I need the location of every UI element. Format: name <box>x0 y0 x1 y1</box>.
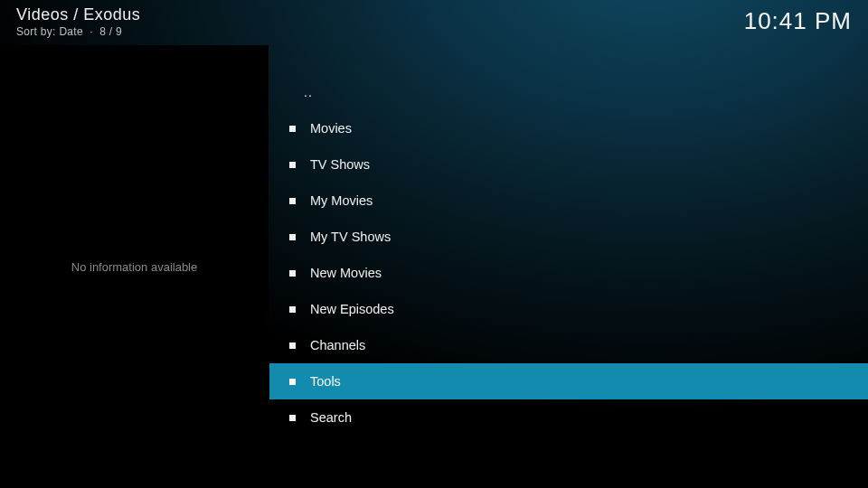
header-left: Videos / Exodus Sort by: Date · 8 / 9 <box>16 5 140 38</box>
clock: 10:41 PM <box>744 7 852 35</box>
menu-list: .. Movies TV Shows My Movies My TV Shows… <box>269 74 868 436</box>
folder-icon <box>289 234 296 240</box>
folder-icon <box>289 270 296 277</box>
separator-dot: · <box>90 25 93 38</box>
folder-icon <box>289 306 296 313</box>
list-item-label: Channels <box>310 338 365 352</box>
header-bar: Videos / Exodus Sort by: Date · 8 / 9 10… <box>16 5 852 38</box>
list-item-movies[interactable]: Movies <box>269 110 868 146</box>
info-text: No information available <box>71 260 197 274</box>
list-item-up[interactable]: .. <box>269 74 868 110</box>
sort-line: Sort by: Date · 8 / 9 <box>16 25 140 38</box>
folder-icon <box>289 379 296 385</box>
list-item-channels[interactable]: Channels <box>269 327 868 363</box>
up-icon: .. <box>304 85 313 99</box>
folder-icon <box>289 198 296 204</box>
list-item-new-episodes[interactable]: New Episodes <box>269 291 868 327</box>
sort-label: Sort by: Date <box>16 25 83 38</box>
list-item-tv-shows[interactable]: TV Shows <box>269 146 868 183</box>
list-item-my-tv-shows[interactable]: My TV Shows <box>269 219 868 255</box>
list-item-label: Tools <box>310 374 341 389</box>
folder-icon <box>289 126 296 132</box>
list-item-my-movies[interactable]: My Movies <box>269 183 868 219</box>
folder-icon <box>289 415 296 421</box>
list-item-search[interactable]: Search <box>269 399 868 436</box>
list-item-label: Search <box>310 410 352 425</box>
list-item-label: My TV Shows <box>310 230 391 244</box>
list-item-label: Movies <box>310 121 352 136</box>
list-item-label: New Episodes <box>310 302 394 316</box>
breadcrumb[interactable]: Videos / Exodus <box>16 5 140 24</box>
list-item-label: My Movies <box>310 193 373 208</box>
list-position: 8 / 9 <box>99 25 122 38</box>
folder-icon <box>289 162 296 168</box>
list-item-label: New Movies <box>310 266 382 280</box>
folder-icon <box>289 343 296 349</box>
list-item-label: TV Shows <box>310 157 370 172</box>
info-sidebar: No information available <box>0 45 269 488</box>
list-item-tools[interactable]: Tools <box>269 363 868 399</box>
list-item-new-movies[interactable]: New Movies <box>269 255 868 291</box>
